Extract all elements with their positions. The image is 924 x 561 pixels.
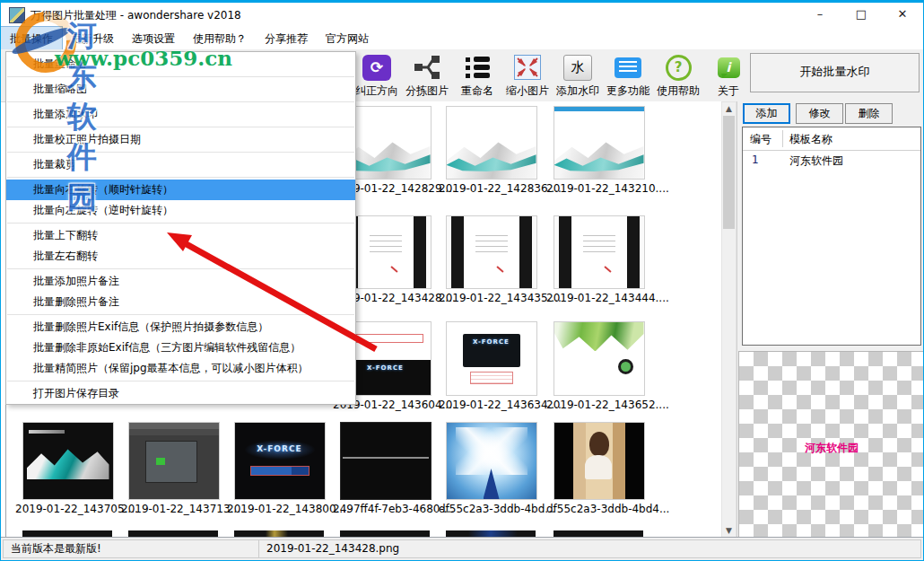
minimize-button[interactable]: – bbox=[799, 3, 841, 27]
template-table-row[interactable]: 1 河东软件园 bbox=[743, 150, 920, 170]
vertical-scrollbar[interactable]: ▲ ▼ bbox=[721, 101, 737, 539]
menu-item-delete-nonoriginal-exif[interactable]: 批量删除非原始Exif信息（三方图片编辑软件残留信息） bbox=[6, 337, 355, 358]
start-batch-watermark-button[interactable]: 开始批量水印 bbox=[750, 53, 920, 92]
thumbnail-image[interactable] bbox=[554, 422, 645, 500]
thumbnail-cell[interactable]: 2019-01-22_142836.... bbox=[439, 106, 544, 195]
thumbnail-image[interactable] bbox=[554, 321, 645, 396]
menu-website[interactable]: 官方网站 bbox=[317, 27, 378, 50]
thumbnail-cell[interactable]: 2497ff4f-7eb3-4680-... bbox=[333, 422, 438, 515]
thumbnail-filename: 2019-01-22_143210.... bbox=[546, 182, 651, 195]
modify-template-button[interactable]: 修改 bbox=[796, 103, 843, 124]
menu-batch-operations[interactable]: 批量操作 bbox=[1, 27, 62, 50]
thumbnail-cell[interactable]: X-FORCE2019-01-22_143800.... bbox=[227, 422, 332, 515]
thumbnail-image[interactable] bbox=[128, 422, 220, 500]
toolbar-help[interactable]: ? 使用帮助 bbox=[652, 51, 704, 99]
numbered-list-icon bbox=[466, 56, 490, 79]
column-header-number: 编号 bbox=[750, 132, 771, 147]
menu-options[interactable]: 选项设置 bbox=[123, 27, 184, 50]
thumbnail-cell[interactable]: X-FORCE2019-01-22_143634.... bbox=[439, 321, 544, 411]
menu-item-batch-crop[interactable]: 批量裁剪 bbox=[6, 154, 355, 175]
add-template-button[interactable]: 添加 bbox=[743, 103, 790, 124]
toolbar-label: 分拣图片 bbox=[401, 83, 453, 99]
thumbnail-image[interactable] bbox=[446, 106, 537, 180]
toolbar-label: 缩小图片 bbox=[501, 83, 554, 99]
column-header-name: 模板名称 bbox=[789, 132, 832, 147]
thumbnail-cell[interactable]: 2019-01-22_143444.... bbox=[546, 215, 651, 304]
thumbnail-image[interactable] bbox=[22, 422, 114, 500]
thumbnail-filename: 2019-01-22_143800.... bbox=[227, 503, 332, 515]
close-button[interactable]: ✕ bbox=[882, 3, 923, 27]
watermark-preview-text: 河东软件园 bbox=[739, 441, 924, 456]
thumbnail-filename: 2019-01-22_143705.... bbox=[15, 503, 120, 515]
maximize-button[interactable]: □ bbox=[841, 3, 882, 27]
template-number: 1 bbox=[752, 153, 759, 166]
thumbnail-image[interactable]: X-FORCE bbox=[234, 422, 326, 500]
menu-item-simplify-photo[interactable]: 批量精简照片（保留jpg最基本信息，可以减小图片体积） bbox=[6, 358, 355, 379]
menu-bar: 批量操作更新升级选项设置使用帮助？分享推荐官方网站 bbox=[1, 27, 923, 49]
toolbar-correct-orientation[interactable]: ⟳ 纠正方向 bbox=[351, 51, 403, 99]
menu-item-batch-rename[interactable]: 批量重命名 bbox=[6, 54, 355, 75]
thumbnail-cell[interactable]: 2019-01-22_143705.... bbox=[15, 422, 120, 515]
watermark-icon: 水 bbox=[563, 55, 592, 81]
menu-update[interactable]: 更新升级 bbox=[62, 27, 123, 50]
menu-item-batch-fix-date[interactable]: 批量校正照片拍摄日期 bbox=[6, 129, 355, 150]
menu-item-delete-exif[interactable]: 批量删除照片Exif信息（保护照片拍摄参数信息） bbox=[6, 317, 355, 337]
more-features-bubble-icon bbox=[615, 57, 641, 78]
toolbar-more-features[interactable]: 更多功能 bbox=[602, 51, 654, 99]
thumbnail-image[interactable] bbox=[340, 422, 431, 500]
menu-item-rotate-right[interactable]: 批量向右旋转（顺时针旋转） bbox=[6, 180, 355, 200]
menu-item-open-save-folder[interactable]: 打开图片保存目录 bbox=[6, 383, 355, 404]
thumbnail-filename: df55c2a3-3ddb-4bd4... bbox=[546, 503, 651, 515]
thumbnail-filename: 2019-01-22_142836.... bbox=[439, 182, 544, 195]
thumbnail-image[interactable]: X-FORCE bbox=[446, 321, 537, 396]
thumbnail-image[interactable] bbox=[446, 215, 537, 289]
thumbnail-cell[interactable]: 2019-01-22_143435.... bbox=[439, 215, 544, 304]
toolbar-label: 关于 bbox=[702, 83, 754, 99]
template-table: 编号 模板名称 1 河东软件园 bbox=[742, 127, 921, 346]
thumbnail-filename: 2019-01-22_143435.... bbox=[439, 292, 544, 304]
thumbnail-image[interactable] bbox=[554, 106, 645, 180]
status-bar: 当前版本是最新版! 2019-01-22_143428.png bbox=[1, 537, 923, 560]
toolbar-shrink-image[interactable]: 缩小图片 bbox=[501, 51, 554, 99]
template-table-header: 编号 模板名称 bbox=[743, 127, 920, 151]
toolbar-label: 添加水印 bbox=[552, 83, 604, 99]
version-status-text: 当前版本是最新版! bbox=[3, 539, 264, 558]
title-bar: 万得图片批量处理 - awondershare v2018 – □ ✕ bbox=[1, 3, 923, 27]
thumbnail-cell[interactable]: df55c2a3-3ddb-4bd4... bbox=[546, 422, 651, 515]
toolbar-add-watermark[interactable]: 水 添加水印 bbox=[552, 51, 604, 99]
thumbnail-filename: 2019-01-22_143634.... bbox=[439, 399, 544, 411]
batch-operations-context-menu: 批量重命名 批量缩略图 批量添加水印 批量校正照片拍摄日期 批量裁剪 批量向右旋… bbox=[5, 51, 356, 405]
delete-template-button[interactable]: 删除 bbox=[845, 103, 893, 124]
current-file-status-text: 2019-01-22_143428.png bbox=[258, 539, 921, 558]
thumbnail-filename: 2019-01-22_143652.... bbox=[546, 399, 651, 411]
menu-item-rotate-left[interactable]: 批量向左旋转（逆时针旋转） bbox=[6, 200, 355, 221]
scroll-up-button[interactable]: ▲ bbox=[722, 102, 736, 117]
about-info-icon: i bbox=[718, 57, 740, 78]
thumbnail-image[interactable] bbox=[446, 422, 537, 500]
thumbnail-cell[interactable]: df55c2a3-3ddb-4bd... bbox=[439, 422, 544, 515]
help-question-icon: ? bbox=[666, 55, 692, 81]
menu-item-delete-photo-note[interactable]: 批量删除照片备注 bbox=[6, 292, 355, 312]
thumbnail-cell[interactable]: 2019-01-22_143210.... bbox=[546, 106, 651, 195]
toolbar-about[interactable]: i 关于 bbox=[702, 51, 754, 99]
thumbnail-filename: 2019-01-22_143444.... bbox=[546, 292, 651, 304]
thumbnail-filename: 2497ff4f-7eb3-4680-... bbox=[333, 503, 438, 515]
thumbnail-cell[interactable]: 2019-01-22_143652.... bbox=[546, 321, 651, 411]
menu-help[interactable]: 使用帮助？ bbox=[184, 27, 256, 50]
menu-item-batch-thumbnail[interactable]: 批量缩略图 bbox=[6, 79, 355, 100]
toolbar-label: 纠正方向 bbox=[351, 83, 403, 99]
menu-item-batch-watermark[interactable]: 批量添加水印 bbox=[6, 104, 355, 125]
app-icon bbox=[9, 7, 25, 23]
sort-branch-icon bbox=[414, 56, 440, 79]
scrollbar-thumb[interactable] bbox=[723, 116, 735, 229]
thumbnail-cell[interactable]: 2019-01-22_143713.... bbox=[121, 422, 226, 515]
thumbnail-image[interactable] bbox=[554, 215, 645, 289]
menu-item-flip-vertical[interactable]: 批量上下翻转 bbox=[6, 225, 355, 246]
toolbar-label: 更多功能 bbox=[602, 83, 654, 99]
toolbar-rename[interactable]: 重命名 bbox=[451, 51, 503, 99]
menu-share[interactable]: 分享推荐 bbox=[256, 27, 317, 50]
menu-item-add-photo-note[interactable]: 批量添加照片备注 bbox=[6, 271, 355, 292]
menu-item-flip-horizontal[interactable]: 批量左右翻转 bbox=[6, 246, 355, 267]
thumbnail-filename: 2019-01-22_143713.... bbox=[121, 503, 226, 515]
toolbar-sort-images[interactable]: 分拣图片 bbox=[401, 51, 453, 99]
